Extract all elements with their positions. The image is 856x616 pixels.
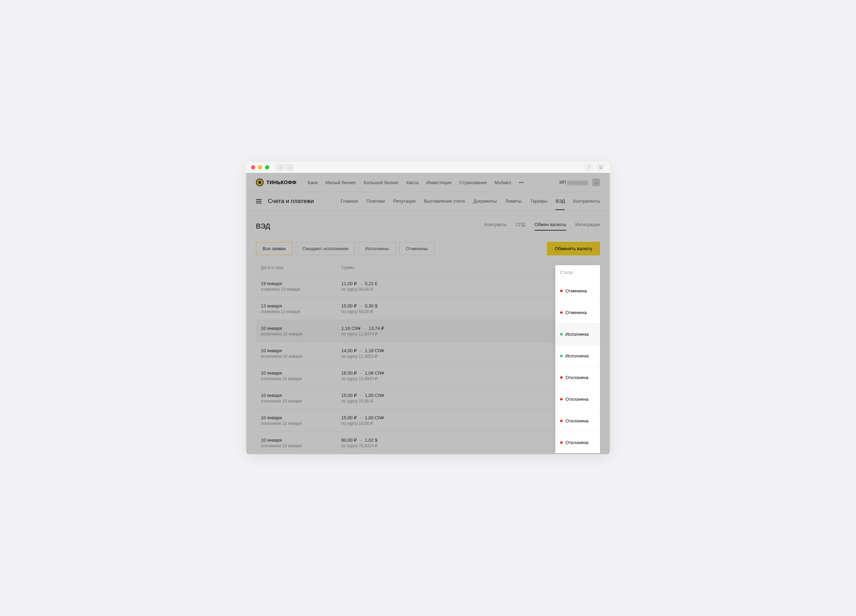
logo[interactable]: ТИНЬКОФФ: [256, 178, 297, 186]
date-sub: отклонена 10 января: [261, 399, 341, 404]
status-row[interactable]: Отклонена: [555, 388, 600, 410]
subnav-item[interactable]: Репутация: [393, 198, 416, 210]
table-row[interactable]: 19 января отменена 19 января 11,00 ₽ → 0…: [256, 275, 600, 297]
status-label: Исполнена: [565, 332, 588, 337]
table-row[interactable]: 10 января отклонена 10 января 16,00 ₽ → …: [256, 364, 600, 387]
status-label: Отклонена: [565, 440, 588, 445]
page-tab[interactable]: Интеграции: [575, 222, 600, 230]
share-icon[interactable]: ⤴: [585, 164, 593, 171]
amount-to: 0,30 $: [365, 303, 377, 309]
subnav-item[interactable]: Документы: [473, 198, 497, 210]
user-area[interactable]: ИП ⌄: [559, 178, 600, 186]
row-date: 10 января исполнена 10 января: [261, 348, 341, 359]
status-dot-icon: [560, 376, 563, 379]
status-row[interactable]: Исполнена: [555, 323, 600, 345]
topnav-item[interactable]: Мобайл: [494, 180, 511, 185]
amount-to: 0,22 £: [365, 281, 377, 286]
date-text: 10 января: [261, 415, 341, 420]
status-row[interactable]: Отменена: [555, 280, 600, 301]
filter-button[interactable]: Ожидают исполнения: [296, 242, 355, 255]
status-dot-icon: [560, 398, 563, 400]
table-row[interactable]: 10 января исполнена 10 января 1,18 CN¥ →…: [256, 320, 600, 342]
table-row[interactable]: 10 января отклонена 10 января 80,00 ₽ → …: [256, 432, 600, 454]
status-column-popup: Статус ОтмененаОтмененаИсполненаИсполнен…: [555, 265, 600, 453]
topnav-item[interactable]: Малый бизнес: [326, 180, 356, 185]
hamburger-icon[interactable]: [256, 199, 262, 203]
date-sub: отклонена 10 января: [261, 421, 341, 426]
filter-button[interactable]: Все заявки: [256, 242, 293, 255]
amount-from: 16,00 ₽: [341, 370, 357, 376]
status-row[interactable]: Отклонена: [555, 432, 600, 453]
browser-window: ‹ › ⤴ ⧉ ТИНЬКОФФ БанкМалый бизнесБольшой…: [246, 162, 610, 454]
subnav-item[interactable]: Главное: [340, 198, 358, 210]
subnav-title: Счета и платежи: [268, 198, 314, 205]
page-tab[interactable]: Обмен валюты: [535, 222, 567, 230]
subnav-item[interactable]: Контрагенты: [573, 198, 600, 210]
topnav-item[interactable]: Банк: [308, 180, 318, 185]
status-row[interactable]: Исполнена: [555, 345, 600, 367]
arrow-right-icon: →: [359, 282, 363, 286]
topnav-item[interactable]: Страхование: [459, 180, 487, 185]
date-sub: исполнена 10 января: [261, 332, 341, 336]
page-tab[interactable]: Контракты: [485, 222, 507, 230]
status-dot-icon: [560, 311, 563, 314]
row-date: 10 января отклонена 10 января: [261, 370, 341, 381]
nav-buttons: ‹ ›: [276, 164, 294, 171]
amount-from: 15,00 ₽: [341, 303, 357, 309]
date-sub: исполнена 10 января: [261, 354, 341, 359]
table-row[interactable]: 10 января исполнена 10 января 14,00 ₽ → …: [256, 342, 600, 364]
status-dot-icon: [560, 441, 563, 444]
forward-button[interactable]: ›: [285, 164, 294, 171]
topnav-item[interactable]: Большой бизнес: [364, 180, 399, 185]
col-date-header: Дата и срок: [261, 265, 341, 270]
page-header: ВЭД КонтрактыСПДОбмен валютыИнтеграции: [256, 222, 600, 230]
date-text: 10 января: [261, 348, 341, 353]
date-text: 13 января: [261, 303, 341, 309]
page-tab[interactable]: СПД: [516, 222, 525, 230]
amount-to: 1,02 $: [365, 438, 377, 443]
arrow-right-icon: →: [359, 393, 363, 398]
back-button[interactable]: ‹: [276, 164, 285, 171]
table-row[interactable]: 10 января отклонена 10 января 15,00 ₽ → …: [256, 409, 600, 432]
amount-from: 80,00 ₽: [341, 438, 357, 443]
tabs-icon[interactable]: ⧉: [597, 164, 605, 171]
topnav-item[interactable]: Инвестиции: [426, 180, 451, 185]
date-sub: отклонена 10 января: [261, 443, 341, 448]
titlebar: ‹ › ⤴ ⧉: [246, 162, 610, 173]
status-row[interactable]: Отклонена: [555, 367, 600, 388]
window-controls: [251, 165, 269, 169]
arrow-right-icon: →: [359, 349, 363, 353]
page-title: ВЭД: [256, 222, 270, 230]
exchange-currency-button[interactable]: Обменять валюту: [547, 242, 600, 255]
close-window[interactable]: [251, 165, 255, 169]
date-text: 10 января: [261, 326, 341, 331]
filter-button[interactable]: Отменены: [399, 242, 435, 255]
logo-badge-icon: [256, 178, 264, 186]
arrow-right-icon: →: [359, 416, 363, 420]
arrow-right-icon: →: [363, 326, 366, 330]
arrow-right-icon: →: [359, 304, 363, 308]
date-text: 10 января: [261, 438, 341, 443]
subnav-item[interactable]: Тарифы: [530, 198, 547, 210]
table-row[interactable]: 13 января отменена 13 января 15,00 ₽ → 0…: [256, 297, 600, 320]
topnav-item[interactable]: •••: [519, 180, 524, 185]
filter-row: Все заявкиОжидают исполненияИсполненыОтм…: [256, 242, 600, 255]
row-date: 19 января отменена 19 января: [261, 281, 341, 292]
subnav-item[interactable]: Лимиты: [505, 198, 522, 210]
status-label: Отменена: [565, 310, 587, 315]
table-row[interactable]: 10 января отклонена 10 января 15,00 ₽ → …: [256, 387, 600, 409]
maximize-window[interactable]: [265, 165, 269, 169]
status-row[interactable]: Отменена: [555, 301, 600, 323]
subnav-item[interactable]: ВЭД: [556, 198, 565, 210]
sub-nav: Счета и платежи ГлавноеПлатежиРепутацияВ…: [246, 192, 610, 211]
chevron-down-icon[interactable]: ⌄: [592, 178, 600, 186]
subnav-item[interactable]: Платежи: [366, 198, 385, 210]
row-date: 10 января отклонена 10 января: [261, 415, 341, 426]
filter-button[interactable]: Исполнены: [359, 242, 396, 255]
topnav-item[interactable]: Касса: [406, 180, 419, 185]
amount-to: 1,00 CN¥: [365, 393, 384, 398]
status-row[interactable]: Отклонена: [555, 410, 600, 432]
minimize-window[interactable]: [258, 165, 262, 169]
subnav-item[interactable]: Выставление счета: [424, 198, 465, 210]
brand-name: ТИНЬКОФФ: [266, 180, 297, 185]
